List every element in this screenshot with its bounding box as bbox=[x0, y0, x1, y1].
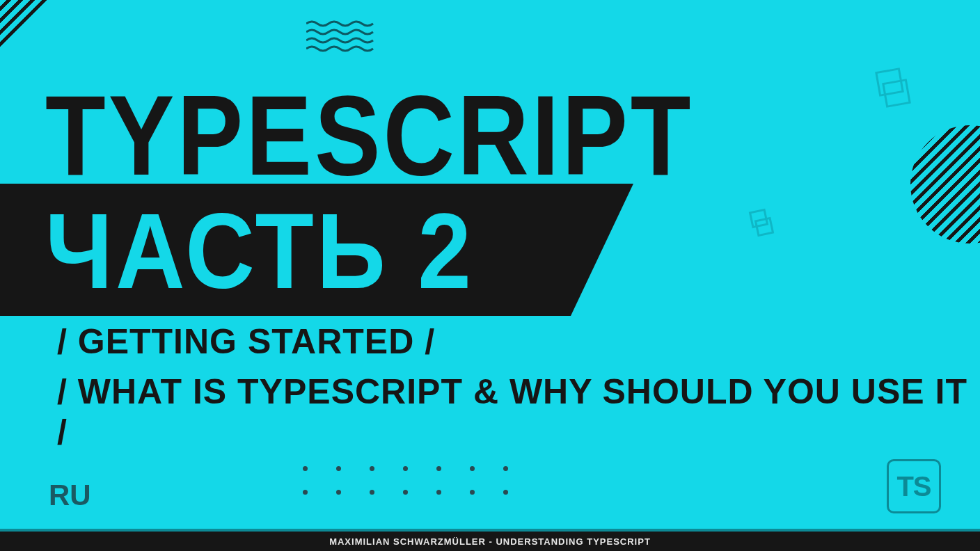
diagonal-lines-decoration bbox=[0, 0, 77, 77]
language-label: RU bbox=[49, 479, 91, 512]
footer-text: MAXIMILIAN SCHWARZMÜLLER - UNDERSTANDING… bbox=[329, 536, 651, 547]
footer-bar: MAXIMILIAN SCHWARZMÜLLER - UNDERSTANDING… bbox=[0, 532, 980, 551]
diagonal-circle-decoration bbox=[910, 125, 980, 243]
subtitle-line-1: / GETTING STARTED / bbox=[57, 321, 435, 362]
square-outline-decoration bbox=[749, 209, 768, 228]
typescript-logo: TS bbox=[887, 459, 941, 513]
square-outline-decoration bbox=[875, 67, 904, 97]
dots-grid-decoration bbox=[303, 466, 537, 513]
part-number: ЧАСТЬ 2 bbox=[45, 189, 474, 313]
main-title: TYPESCRIPT bbox=[45, 70, 694, 201]
subtitle-line-2: / WHAT IS TYPESCRIPT & WHY SHOULD YOU US… bbox=[57, 372, 980, 452]
typescript-logo-text: TS bbox=[896, 471, 931, 502]
waves-decoration bbox=[306, 19, 376, 53]
